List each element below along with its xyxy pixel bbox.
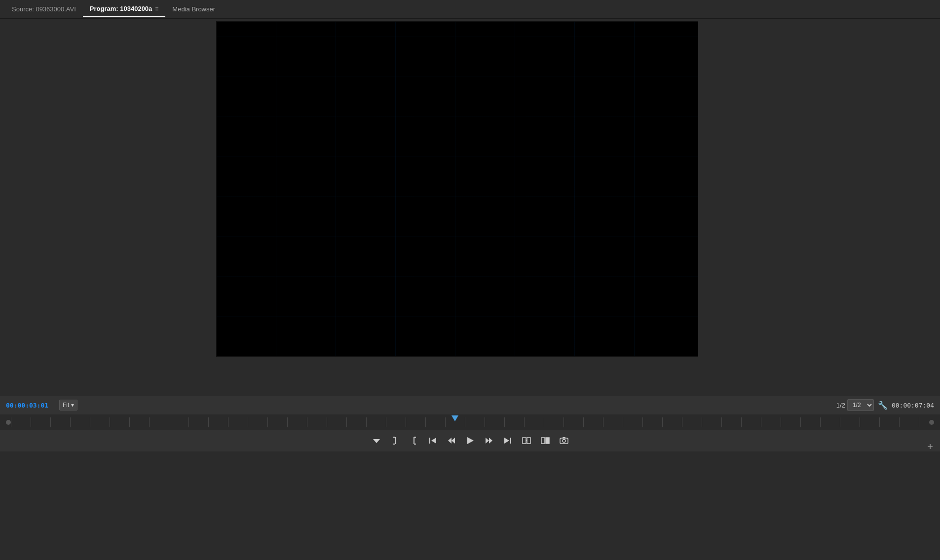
svg-rect-19 (541, 438, 545, 444)
resolution-display: 1/2 1/2 Full 1/4 (836, 399, 874, 411)
playhead-triangle (451, 415, 458, 421)
left-panel (0, 19, 47, 452)
mark-in-button[interactable] (369, 434, 384, 448)
go-to-in-icon (428, 436, 437, 445)
add-button[interactable]: + (927, 441, 933, 452)
tab-program-label: Program: 10340200a (90, 5, 152, 12)
svg-point-22 (563, 440, 565, 443)
overwrite-icon (541, 436, 550, 445)
step-back-button[interactable] (444, 434, 459, 448)
transport-bar (0, 430, 940, 451)
svg-rect-16 (523, 438, 526, 444)
svg-rect-21 (560, 438, 568, 444)
timecode-current[interactable]: 00:00:03:01 (6, 402, 55, 409)
svg-marker-13 (489, 438, 492, 444)
controls-bar: 00:00:03:01 Fit ▾ 1/2 1/2 Full 1/4 🔧 00:… (0, 396, 940, 414)
overwrite-button[interactable] (537, 434, 553, 448)
export-frame-button[interactable] (556, 434, 572, 448)
svg-marker-12 (486, 438, 489, 444)
marker-out-icon (410, 436, 418, 445)
svg-rect-20 (546, 438, 549, 444)
svg-rect-7 (429, 438, 430, 444)
bottom-panel (0, 452, 940, 560)
svg-marker-15 (504, 438, 509, 444)
settings-wrench-icon[interactable]: 🔧 (878, 401, 888, 410)
svg-rect-17 (527, 438, 530, 444)
right-panel (698, 19, 940, 452)
svg-rect-14 (510, 438, 511, 444)
timecode-end: 00:00:07:04 (892, 402, 934, 409)
go-to-out-button[interactable] (500, 434, 516, 448)
tab-media-browser[interactable]: Media Browser (165, 1, 222, 17)
tab-program[interactable]: Program: 10340200a ≡ (83, 1, 166, 17)
svg-marker-0 (373, 439, 380, 443)
tab-media-browser-label: Media Browser (172, 5, 215, 13)
step-back-icon (447, 436, 456, 445)
step-forward-icon (485, 436, 493, 445)
tab-bar: Source: 09363000.AVI Program: 10340200a … (0, 0, 940, 19)
resolution-value: 1/2 (836, 402, 845, 409)
svg-marker-8 (431, 438, 436, 444)
fit-chevron-icon: ▾ (71, 402, 74, 409)
svg-marker-10 (451, 438, 455, 444)
tab-source-label: Source: 09363000.AVI (12, 5, 76, 13)
add-marker-in-button[interactable] (387, 434, 403, 448)
marker-in-icon (391, 436, 400, 445)
mark-in-icon (372, 436, 381, 445)
fit-dropdown[interactable]: Fit ▾ (59, 400, 77, 411)
program-menu-icon[interactable]: ≡ (155, 5, 158, 12)
timeline-ruler[interactable] (11, 417, 929, 427)
insert-button[interactable] (519, 434, 534, 448)
add-marker-out-button[interactable] (406, 434, 422, 448)
timeline-start-dot (6, 420, 11, 425)
go-to-in-button[interactable] (425, 434, 441, 448)
go-to-out-icon (503, 436, 512, 445)
step-forward-button[interactable] (481, 434, 497, 448)
play-icon (466, 436, 475, 445)
playhead (451, 415, 458, 421)
fit-label: Fit (63, 402, 69, 409)
play-button[interactable] (462, 434, 478, 448)
svg-rect-23 (563, 437, 565, 439)
resolution-dropdown[interactable]: 1/2 Full 1/4 (847, 399, 874, 411)
tab-source[interactable]: Source: 09363000.AVI (5, 1, 83, 17)
svg-marker-11 (467, 437, 474, 444)
timeline-end-dot (929, 420, 934, 425)
svg-marker-9 (448, 438, 451, 444)
timeline-bar[interactable] (0, 414, 940, 430)
export-frame-icon (560, 436, 568, 445)
insert-icon (522, 436, 531, 445)
